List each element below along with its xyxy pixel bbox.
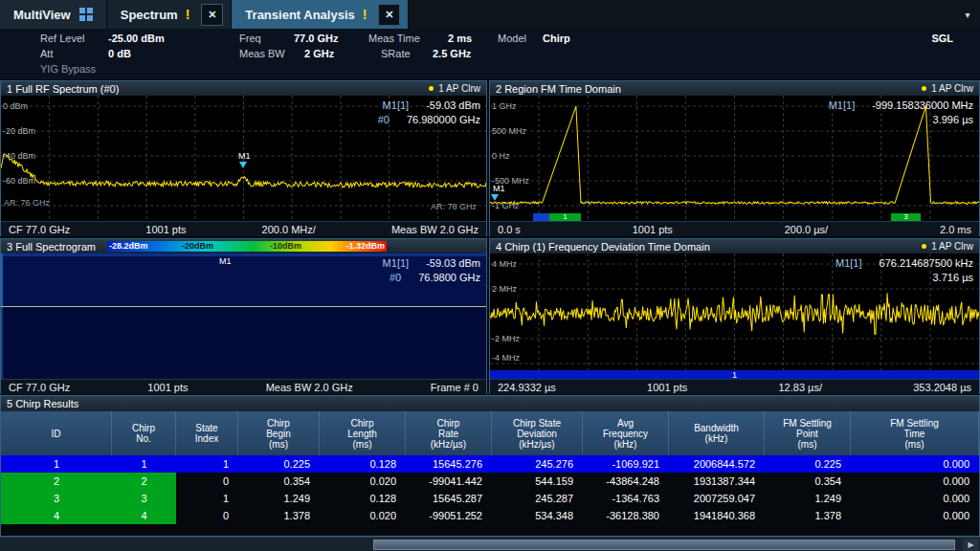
table-row[interactable]: 3311.2490.12815645.287245.287-1364.76320… — [1, 490, 979, 507]
table-cell: 1931387.344 — [669, 473, 765, 490]
table-cell: 0 — [176, 507, 238, 524]
window-title-bar[interactable]: 3 Full Spectrogram -28.2dBm -20dBm -10dB… — [1, 239, 486, 253]
column-header: ID — [1, 411, 112, 455]
marker-name: M1[1] — [383, 256, 410, 271]
tab-label: Transient Analysis — [245, 8, 354, 22]
table-cell: 4 — [1, 507, 112, 524]
ref-level-label: Ref Level — [40, 33, 84, 44]
tab-transient-analysis[interactable]: Transient Analysis ! ✕ — [232, 0, 409, 29]
marker-time: 3.996 µs — [933, 113, 973, 127]
close-tab-icon[interactable]: ✕ — [201, 4, 223, 26]
tab-overflow-icon[interactable]: ▾ — [955, 10, 980, 20]
srate-label: SRate — [381, 48, 411, 59]
trace-info: 1 AP Clrw — [922, 83, 973, 94]
y-axis-tick: -4 MHz — [492, 353, 520, 363]
marker-value: 676.214687500 kHz — [880, 256, 973, 271]
table-cell: 0.354 — [765, 473, 851, 490]
y-axis-tick: -2 MHz — [492, 334, 520, 343]
y-axis-tick: 0 Hz — [492, 151, 510, 161]
scroll-right-icon[interactable]: ▶ — [963, 539, 979, 551]
y-axis-tick: -20 dBm — [3, 126, 35, 136]
marker-frequency: 76.9800 GHz — [418, 271, 480, 285]
table-cell: 15645.276 — [406, 455, 492, 473]
table-cell: 3 — [112, 490, 176, 507]
footer-cf: CF 77.0 GHz — [9, 382, 70, 393]
scale-mid-label: -20dBm — [182, 241, 213, 252]
trace-label: 1 AP Clrw — [931, 83, 973, 94]
column-header: Chirp Begin (ms) — [238, 411, 320, 455]
window-title: 3 Full Spectrogram — [7, 241, 96, 253]
window-title-bar[interactable]: 4 Chirp (1) Frequency Deviation Time Dom… — [490, 239, 979, 253]
tab-multiview[interactable]: MultiView — [0, 0, 107, 29]
model-value[interactable]: Chirp — [543, 33, 570, 44]
table-cell: 0 — [176, 473, 238, 490]
trace-info: 1 AP Clrw — [922, 241, 973, 252]
spectrum-chart[interactable]: 0 dBm -20 dBm -40 dBm -60 dBm M1[1]-59.0… — [1, 96, 486, 221]
marker-frequency: 76.980000 GHz — [407, 113, 480, 127]
table-cell: 1.249 — [238, 490, 320, 507]
trace-label: 1 AP Clrw — [438, 83, 480, 94]
column-header: Avg Frequency (kHz) — [583, 411, 669, 455]
scrollbar-thumb[interactable] — [373, 540, 955, 550]
att-value[interactable]: 0 dB — [108, 48, 131, 59]
marker-value: -59.03 dBm — [426, 256, 480, 271]
trace-info: 1 AP Clrw — [429, 83, 480, 94]
footer-time-per-div: 12.83 µs/ — [778, 382, 821, 393]
marker-m1-icon[interactable] — [491, 194, 499, 201]
y-axis-tick: 2 MHz — [492, 284, 517, 294]
table-row[interactable]: 2200.3540.020-99041.442544.159-43864.248… — [1, 473, 979, 490]
table-cell: 1.378 — [238, 507, 320, 524]
table-cell: 4 — [112, 507, 176, 524]
freq-value[interactable]: 77.0 GHz — [294, 33, 338, 44]
fm-time-domain-chart[interactable]: 1 GHz 500 MHz 0 Hz -500 MHz -1 GHz M1[1]… — [490, 96, 979, 221]
table-cell: 0.354 — [238, 473, 320, 490]
trace-label: 1 AP Clrw — [931, 241, 973, 252]
window-title-bar[interactable]: 5 Chirp Results — [1, 396, 979, 411]
meas-time-value[interactable]: 2 ms — [448, 33, 472, 44]
srate-value[interactable]: 2.5 GHz — [433, 48, 471, 59]
table-cell: 0.000 — [851, 490, 979, 507]
marker-m1-icon[interactable] — [239, 162, 247, 168]
table-cell: 0.128 — [320, 490, 406, 507]
y-axis-tick: -1 GHz — [492, 201, 520, 210]
table-row[interactable]: 1110.2250.12815645.276245.276-1069.92120… — [1, 455, 979, 473]
spectrogram-chart[interactable]: M1 M1[1]-59.03 dBm #076.9800 GHz — [1, 253, 486, 379]
window-title-bar[interactable]: 2 Region FM Time Domain 1 AP Clrw — [490, 81, 979, 96]
scale-min-label: -28.2dBm — [109, 241, 148, 252]
footer-span-per-div: 200.0 MHz/ — [262, 224, 316, 235]
model-label: Model — [498, 33, 526, 44]
marker-readout: M1[1]-59.03 dBm #076.980000 GHz — [378, 99, 480, 127]
table-row[interactable]: 4401.3780.020-99051.252534.348-36128.380… — [1, 507, 979, 524]
table-cell: 0.020 — [320, 507, 406, 524]
table-cell: -99041.442 — [406, 473, 492, 490]
horizontal-scrollbar[interactable]: ▶ — [0, 537, 980, 551]
marker-time: 3.716 µs — [933, 271, 973, 285]
footer-points: 1001 pts — [647, 382, 687, 393]
footer-points: 1001 pts — [145, 224, 186, 235]
scale-max-label: -1.32dBm — [345, 241, 385, 252]
table-cell: 0.000 — [851, 455, 979, 473]
window-title-bar[interactable]: 1 Full RF Spectrum (#0) 1 AP Clrw — [1, 81, 486, 96]
ref-level-value[interactable]: -25.00 dBm — [108, 33, 165, 44]
frequency-deviation-chart[interactable]: 4 MHz 2 MHz -2 MHz -4 MHz M1[1]676.21468… — [490, 253, 979, 379]
footer-bar: CF 77.0 GHz 1001 pts Meas BW 2.0 GHz Fra… — [1, 379, 486, 394]
table-cell: 1 — [176, 455, 238, 473]
column-header: Bandwidth (kHz) — [669, 411, 765, 455]
table-cell: 0.225 — [765, 455, 851, 473]
table-cell: 1 — [1, 455, 112, 473]
footer-meas-bw: Meas BW 2.0 GHz — [266, 382, 353, 393]
footer-stop-time: 2.0 ms — [940, 224, 971, 235]
marker-value: -999.158336000 MHz — [872, 99, 973, 113]
footer-meas-bw: Meas BW 2.0 GHz — [391, 224, 479, 235]
marker-m1-label: M1 — [493, 184, 505, 193]
meas-bw-value[interactable]: 2 GHz — [304, 48, 334, 59]
window-region-fm-time-domain: 2 Region FM Time Domain 1 AP Clrw 1 GHz … — [489, 80, 980, 236]
tab-spectrum[interactable]: Spectrum ! ✕ — [107, 0, 233, 29]
marker-readout: M1[1]-999.158336000 MHz 3.996 µs — [829, 99, 973, 127]
channel-info-bar: Ref Level -25.00 dBm Freq 77.0 GHz Meas … — [0, 29, 980, 79]
footer-bar: 224.9332 µs 1001 pts 12.83 µs/ 353.2048 … — [490, 379, 979, 394]
table-cell: 534.348 — [492, 507, 583, 524]
y-axis-tick: 1 GHz — [492, 101, 517, 111]
tab-bar: MultiView Spectrum ! ✕ Transient Analysi… — [0, 0, 980, 29]
close-tab-icon[interactable]: ✕ — [378, 4, 400, 26]
